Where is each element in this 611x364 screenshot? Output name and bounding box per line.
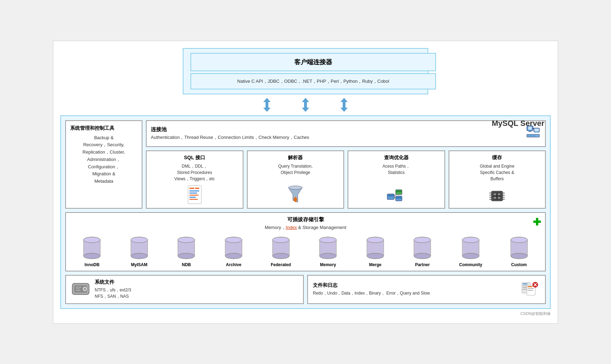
svg-rect-37 (494, 193, 496, 195)
parser-title: 解析器 (288, 155, 303, 161)
sys-files-text: 系统文件 NTFS，ufs，ext2/3NFS，SAN，NAS (95, 279, 131, 299)
svg-rect-113 (76, 287, 81, 288)
engine-archive-label: Archive (226, 262, 241, 267)
svg-rect-23 (189, 199, 198, 200)
files-logs-text: 文件和日志 Redo，Undo，Data，Index，Binary， Error… (313, 282, 516, 296)
svg-rect-6 (529, 131, 531, 132)
svg-marker-1 (302, 98, 309, 112)
query-optimizer-box: 查询优化器 Acess Paths，Statistics (348, 150, 445, 209)
engine-community: Community (459, 236, 482, 267)
cache-title: 缓存 (492, 155, 502, 161)
four-boxes-row: SQL 接口 DML，DDL，Stored ProceduresViews，Tr… (146, 150, 546, 209)
sql-interface-content: DML，DDL，Stored ProceduresViews，Triggers，… (174, 163, 215, 182)
svg-rect-41 (489, 193, 491, 194)
svg-point-78 (273, 237, 289, 243)
parser-box: 解析器 Query Translation,Object Privilege (247, 150, 344, 209)
files-logs-title: 文件和日志 (313, 282, 516, 289)
engine-partner: Partner (412, 236, 433, 267)
mysql-server-box: MySQL Server 系统管理和控制工具 Backup &Recovery，… (60, 115, 551, 309)
svg-rect-5 (528, 130, 532, 131)
sys-files-content: NTFS，ufs，ext2/3NFS，SAN，NAS (95, 287, 131, 299)
files-logs-content: Redo，Undo，Data，Index，Binary， Error，Query… (313, 290, 516, 296)
svg-rect-39 (494, 197, 496, 199)
row1-right: 连接池 Authentication，Thread Reuse，Connecti… (146, 120, 546, 209)
subtitle-suffix: & Storage Management (297, 225, 346, 230)
bottom-row: 系统文件 NTFS，ufs，ext2/3NFS，SAN，NAS 文件和日志 Re… (65, 275, 546, 304)
svg-point-25 (288, 186, 302, 189)
svg-rect-124 (528, 290, 533, 291)
conn-pool-title: 连接池 (151, 126, 309, 133)
svg-line-33 (394, 195, 396, 197)
query-optimizer-title: 查询优化器 (384, 155, 409, 161)
conn-pool-text: 连接池 Authentication，Thread Reuse，Connecti… (151, 126, 309, 141)
cache-icon (487, 188, 507, 204)
sys-mgmt-title: 系统管理和控制工具 (70, 125, 137, 132)
svg-rect-8 (535, 129, 539, 131)
svg-rect-22 (189, 197, 196, 198)
sys-files-title: 系统文件 (95, 279, 131, 285)
svg-point-105 (511, 253, 528, 259)
row1: 系统管理和控制工具 Backup &Recovery，Security,Repl… (65, 120, 546, 209)
engine-merge-label: Merge (369, 262, 381, 267)
svg-rect-46 (503, 195, 505, 196)
hdd-icon (71, 279, 90, 300)
files-logs-box: 文件和日志 Redo，Undo，Data，Index，Binary， Error… (307, 275, 546, 304)
svg-rect-21 (189, 195, 199, 196)
sql-interface-box: SQL 接口 DML，DDL，Stored ProceduresViews，Tr… (146, 150, 243, 209)
svg-rect-40 (498, 197, 501, 199)
svg-point-108 (511, 237, 528, 243)
watermark: CSDN@智能和缘 (60, 311, 551, 316)
cache-content: Global and EngineSpecific Caches &Buffer… (480, 163, 515, 182)
svg-point-99 (462, 253, 479, 259)
conn-pool-box: 连接池 Authentication，Thread Reuse，Connecti… (146, 120, 546, 147)
svg-rect-18 (195, 188, 199, 189)
svg-rect-47 (503, 197, 505, 198)
engine-innodb-label: InnoDB (85, 262, 100, 267)
arrow-1 (262, 98, 272, 112)
svg-rect-115 (76, 290, 81, 291)
svg-point-96 (414, 237, 431, 243)
svg-rect-45 (503, 193, 505, 194)
svg-rect-9 (535, 132, 538, 133)
svg-rect-13 (528, 135, 530, 136)
storage-subtitle: Memory，Index & Storage Management (69, 224, 542, 231)
svg-point-112 (84, 288, 86, 290)
svg-point-102 (462, 237, 479, 243)
svg-point-93 (414, 253, 431, 259)
svg-rect-19 (189, 190, 199, 191)
svg-marker-0 (263, 98, 271, 112)
svg-point-54 (83, 237, 100, 243)
svg-rect-123 (528, 288, 534, 289)
engine-archive: Archive (223, 236, 244, 267)
engine-community-label: Community (459, 262, 482, 267)
subtitle-prefix: Memory， (265, 225, 286, 230)
svg-point-57 (131, 253, 148, 259)
query-optimizer-content: Acess Paths，Statistics (382, 163, 410, 176)
engine-federated-label: Federated (271, 262, 291, 267)
parser-icon (287, 185, 304, 204)
sql-interface-icon (186, 185, 203, 204)
mysql-server-title: MySQL Server (492, 119, 544, 128)
svg-point-75 (273, 253, 289, 259)
engine-ndb: NDB (176, 236, 197, 267)
svg-point-72 (225, 237, 242, 243)
svg-line-34 (394, 197, 396, 198)
svg-rect-117 (523, 283, 528, 284)
svg-rect-43 (489, 197, 491, 198)
svg-rect-20 (189, 193, 197, 194)
engine-memory-label: Memory (320, 262, 336, 267)
svg-rect-17 (189, 188, 194, 189)
file-icons (521, 279, 540, 300)
engine-memory: Memory (317, 236, 338, 267)
arrows-row (60, 98, 551, 112)
engine-custom-label: Custom (511, 262, 527, 267)
arrow-3 (339, 98, 349, 112)
client-connector-box: 客户端连接器 Native C API，JDBC，ODBC，.NET，PHP，P… (183, 48, 428, 94)
arrow-2 (300, 98, 311, 112)
svg-rect-122 (528, 286, 532, 287)
svg-point-84 (320, 237, 336, 243)
parser-content: Query Translation,Object Privilege (278, 163, 313, 176)
storage-title: 可插拔存储引擎 (69, 216, 542, 223)
svg-point-66 (178, 237, 195, 243)
query-optimizer-icon (387, 187, 406, 204)
